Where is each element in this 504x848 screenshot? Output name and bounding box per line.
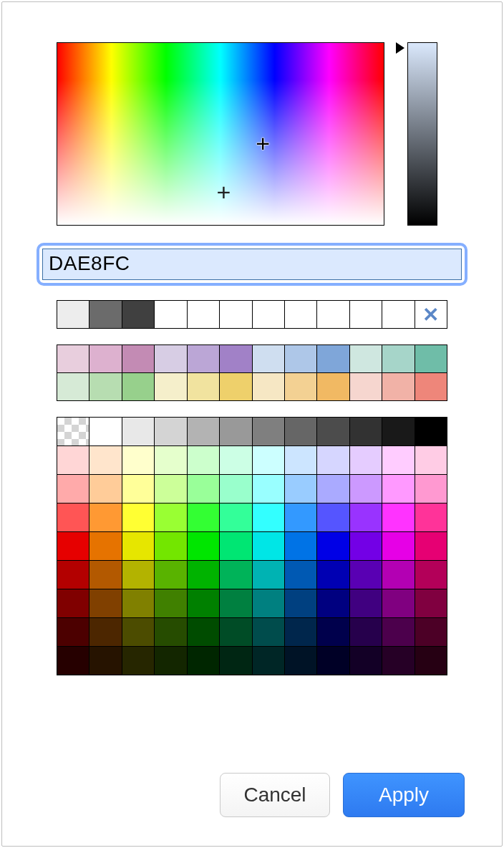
color-swatch[interactable] — [155, 561, 187, 589]
color-swatch[interactable] — [122, 504, 155, 531]
preset-color-swatch[interactable] — [122, 345, 155, 372]
color-swatch[interactable] — [285, 504, 317, 531]
color-swatch[interactable] — [317, 561, 349, 589]
recent-color-swatch[interactable] — [89, 301, 122, 328]
color-swatch[interactable] — [89, 561, 122, 589]
color-swatch[interactable] — [253, 504, 285, 531]
color-swatch[interactable] — [415, 475, 447, 503]
color-swatch[interactable] — [285, 475, 317, 503]
preset-color-swatch[interactable] — [350, 345, 382, 372]
recent-color-swatch[interactable] — [57, 301, 89, 328]
color-swatch[interactable] — [155, 475, 187, 503]
color-swatch[interactable] — [122, 532, 155, 560]
color-swatch[interactable] — [188, 618, 220, 646]
recent-color-swatch[interactable] — [382, 301, 415, 328]
color-swatch[interactable] — [57, 532, 89, 560]
color-swatch[interactable] — [155, 589, 187, 617]
color-swatch[interactable] — [220, 418, 252, 445]
color-swatch[interactable] — [89, 475, 122, 503]
preset-color-swatch[interactable] — [253, 345, 285, 372]
recent-color-swatch[interactable] — [122, 301, 155, 328]
color-swatch[interactable] — [57, 504, 89, 531]
color-swatch[interactable] — [220, 504, 252, 531]
preset-color-swatch[interactable] — [188, 345, 220, 372]
color-swatch[interactable] — [350, 561, 382, 589]
color-swatch[interactable] — [350, 647, 382, 675]
apply-button[interactable]: Apply — [343, 773, 465, 817]
color-swatch[interactable] — [57, 475, 89, 503]
color-swatch[interactable] — [350, 504, 382, 531]
color-swatch[interactable] — [317, 618, 349, 646]
color-swatch[interactable] — [57, 589, 89, 617]
color-swatch[interactable] — [415, 618, 447, 646]
preset-color-swatch[interactable] — [382, 373, 415, 400]
color-swatch[interactable] — [57, 618, 89, 646]
color-swatch[interactable] — [57, 647, 89, 675]
color-swatch[interactable] — [317, 446, 349, 474]
color-swatch[interactable] — [220, 589, 252, 617]
color-swatch[interactable] — [122, 589, 155, 617]
color-swatch[interactable] — [155, 446, 187, 474]
color-swatch[interactable] — [317, 475, 349, 503]
preset-color-swatch[interactable] — [89, 373, 122, 400]
preset-color-swatch[interactable] — [122, 373, 155, 400]
color-swatch[interactable] — [382, 589, 415, 617]
recent-color-swatch[interactable] — [155, 301, 187, 328]
color-swatch[interactable] — [317, 589, 349, 617]
color-swatch[interactable] — [350, 475, 382, 503]
color-swatch[interactable] — [253, 589, 285, 617]
color-swatch[interactable] — [382, 618, 415, 646]
color-swatch[interactable] — [188, 647, 220, 675]
color-swatch[interactable] — [350, 532, 382, 560]
preset-color-swatch[interactable] — [415, 373, 447, 400]
color-swatch[interactable] — [220, 647, 252, 675]
preset-color-swatch[interactable] — [155, 373, 187, 400]
recent-color-swatch[interactable] — [285, 301, 317, 328]
color-swatch[interactable] — [350, 618, 382, 646]
preset-color-swatch[interactable] — [57, 345, 89, 372]
recent-color-swatch[interactable] — [220, 301, 252, 328]
color-swatch[interactable] — [89, 618, 122, 646]
color-swatch[interactable] — [317, 418, 349, 445]
color-swatch[interactable] — [122, 561, 155, 589]
no-color-swatch[interactable] — [57, 418, 89, 445]
color-swatch[interactable] — [188, 532, 220, 560]
preset-color-swatch[interactable] — [350, 373, 382, 400]
color-swatch[interactable] — [188, 561, 220, 589]
clear-recent-button[interactable]: ✕ — [415, 301, 447, 328]
color-swatch[interactable] — [285, 561, 317, 589]
color-swatch[interactable] — [155, 532, 187, 560]
color-swatch[interactable] — [89, 589, 122, 617]
color-swatch[interactable] — [285, 532, 317, 560]
color-swatch[interactable] — [382, 475, 415, 503]
hue-saturation-picker[interactable]: + + — [57, 42, 384, 226]
preset-color-swatch[interactable] — [415, 345, 447, 372]
color-swatch[interactable] — [415, 589, 447, 617]
color-swatch[interactable] — [253, 418, 285, 445]
color-swatch[interactable] — [57, 446, 89, 474]
color-swatch[interactable] — [89, 532, 122, 560]
color-swatch[interactable] — [415, 446, 447, 474]
color-swatch[interactable] — [57, 561, 89, 589]
color-swatch[interactable] — [382, 561, 415, 589]
color-swatch[interactable] — [122, 618, 155, 646]
color-swatch[interactable] — [155, 647, 187, 675]
color-swatch[interactable] — [220, 532, 252, 560]
color-swatch[interactable] — [155, 618, 187, 646]
color-swatch[interactable] — [317, 647, 349, 675]
color-swatch[interactable] — [220, 618, 252, 646]
color-swatch[interactable] — [415, 418, 447, 445]
color-swatch[interactable] — [285, 647, 317, 675]
color-swatch[interactable] — [285, 418, 317, 445]
color-swatch[interactable] — [89, 504, 122, 531]
color-swatch[interactable] — [220, 561, 252, 589]
luminance-slider[interactable] — [399, 42, 437, 226]
color-swatch[interactable] — [188, 475, 220, 503]
color-swatch[interactable] — [382, 446, 415, 474]
color-swatch[interactable] — [253, 561, 285, 589]
preset-color-swatch[interactable] — [57, 373, 89, 400]
color-swatch[interactable] — [350, 446, 382, 474]
color-swatch[interactable] — [122, 418, 155, 445]
color-swatch[interactable] — [415, 504, 447, 531]
color-swatch[interactable] — [188, 446, 220, 474]
